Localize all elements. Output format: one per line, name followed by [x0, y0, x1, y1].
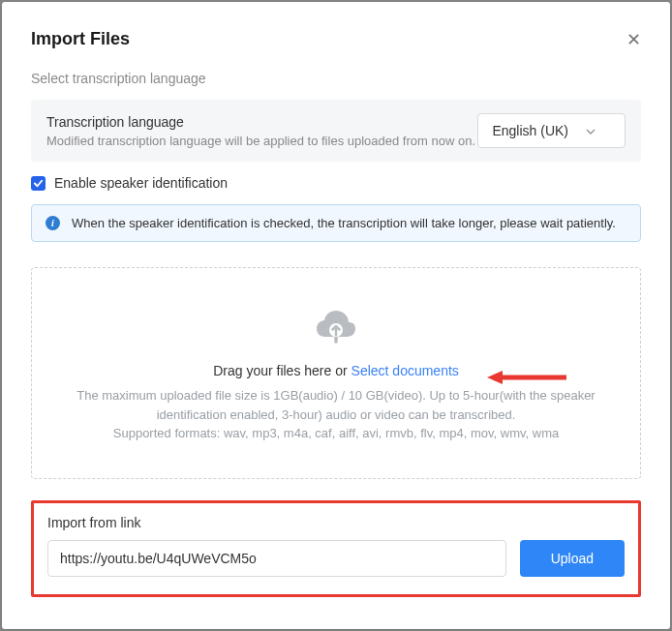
info-icon: i [46, 216, 60, 230]
import-row: Upload [47, 540, 625, 577]
chevron-down-icon [586, 124, 596, 137]
speaker-identification-label: Enable speaker identification [54, 175, 228, 191]
dropzone-limits-line1: The maximum uploaded file size is 1GB(au… [51, 386, 621, 424]
annotation-arrow-icon [487, 369, 566, 390]
dropzone-prefix: Drag your files here or [213, 363, 351, 378]
section-subtitle: Select transcription language [31, 71, 641, 86]
check-icon [33, 178, 44, 189]
import-from-link-label: Import from link [47, 515, 625, 530]
dropzone-limits-line2: Supported formats: wav, mp3, m4a, caf, a… [51, 424, 621, 443]
speaker-identification-row: Enable speaker identification [31, 175, 641, 191]
import-url-input[interactable] [47, 540, 506, 577]
info-banner: i When the speaker identification is che… [31, 204, 641, 242]
language-label: Transcription language [46, 114, 477, 130]
language-description: Transcription language Modified transcri… [46, 114, 477, 148]
import-from-link-section: Import from link Upload [31, 500, 641, 597]
language-selected-value: English (UK) [492, 123, 568, 138]
speaker-identification-checkbox[interactable] [31, 176, 46, 191]
modal-header: Import Files ✕ [31, 29, 641, 49]
language-help-text: Modified transcription language will be … [46, 134, 477, 148]
modal-title: Import Files [31, 29, 130, 49]
upload-button[interactable]: Upload [520, 540, 625, 577]
close-icon: ✕ [626, 30, 641, 49]
select-documents-link[interactable]: Select documents [351, 363, 459, 378]
import-files-modal: Import Files ✕ Select transcription lang… [2, 2, 670, 629]
svg-marker-2 [487, 371, 503, 384]
language-select[interactable]: English (UK) [477, 113, 626, 148]
transcription-language-panel: Transcription language Modified transcri… [31, 100, 641, 162]
cloud-upload-icon [314, 307, 358, 349]
close-button[interactable]: ✕ [626, 31, 641, 48]
file-dropzone[interactable]: Drag your files here or Select documents… [31, 267, 641, 479]
info-text: When the speaker identification is check… [72, 216, 616, 230]
